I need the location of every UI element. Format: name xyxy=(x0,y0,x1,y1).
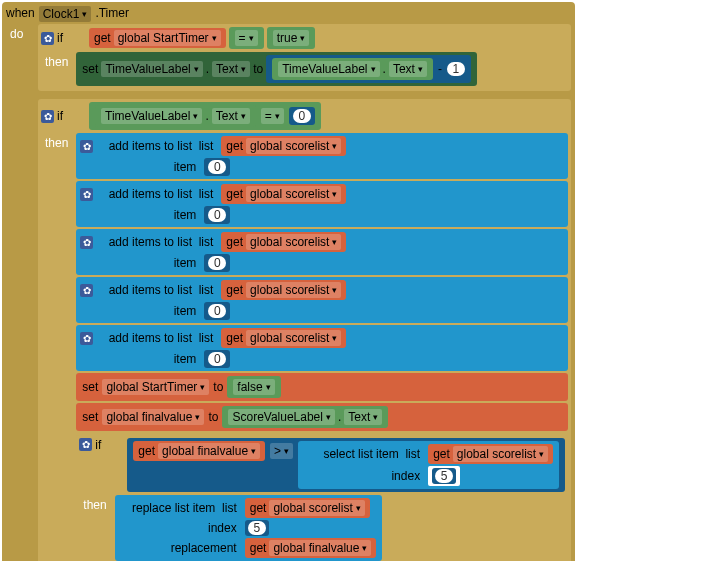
zero-block: 0 xyxy=(289,107,315,125)
additems-label: add items to list xyxy=(109,187,192,201)
comp2-dropdown[interactable]: TimeValueLabel xyxy=(278,61,379,77)
scorevalue-dropdown[interactable]: ScoreValueLabel xyxy=(228,409,335,425)
true-block: true xyxy=(267,27,316,49)
get-label: get xyxy=(226,331,243,345)
then-label: then xyxy=(41,52,72,72)
get-scorelist: getglobal scorelist xyxy=(221,328,346,348)
number-zero[interactable]: 0 xyxy=(208,208,226,222)
list-label: list xyxy=(199,235,214,249)
scorelist-dropdown[interactable]: global scorelist xyxy=(246,282,341,298)
list-label: list xyxy=(199,283,214,297)
set-timevalue-block: set TimeValueLabel . Text to TimeValueLa… xyxy=(76,52,477,86)
number-zero[interactable]: 0 xyxy=(208,304,226,318)
comp-dropdown[interactable]: TimeValueLabel xyxy=(101,61,202,77)
prop-dropdown[interactable]: Text xyxy=(212,108,250,124)
scorelist-dropdown[interactable]: global scorelist xyxy=(246,330,341,346)
if-block-1: ✿ if get global StartTimer = true the xyxy=(38,24,571,91)
additems-label: add items to list xyxy=(109,331,192,345)
scorelist-dropdown[interactable]: global scorelist xyxy=(453,446,548,462)
eq-dropdown[interactable]: = xyxy=(261,108,284,124)
select-label: select list item xyxy=(323,447,398,461)
get-label: get xyxy=(138,444,155,458)
if-label: if xyxy=(57,31,63,45)
false-block: false xyxy=(227,376,280,398)
false-dropdown[interactable]: false xyxy=(233,379,274,395)
event-name-label: .Timer xyxy=(95,6,129,20)
scorelist-dropdown[interactable]: global scorelist xyxy=(246,186,341,202)
get-label: get xyxy=(226,283,243,297)
to-label: to xyxy=(208,410,218,424)
item-label: item xyxy=(80,352,200,366)
scorevalue-prop: ScoreValueLabel . Text xyxy=(222,406,388,428)
gear-icon[interactable]: ✿ xyxy=(80,188,93,201)
gear-icon[interactable]: ✿ xyxy=(80,332,93,345)
number-five[interactable]: 5 xyxy=(248,521,266,535)
number-zero[interactable]: 0 xyxy=(208,256,226,270)
five-block: 5 xyxy=(245,520,269,536)
additems-label: add items to list xyxy=(109,283,192,297)
finalvalue-dropdown[interactable]: global finalvalue xyxy=(102,409,204,425)
get-scorelist: getglobal scorelist xyxy=(221,232,346,252)
set-label: set xyxy=(82,410,98,424)
finalvalue-dropdown[interactable]: global finalvalue xyxy=(269,540,371,556)
zero-block: 0 xyxy=(204,158,230,176)
item-label: item xyxy=(80,160,200,174)
list-label: list xyxy=(222,501,237,515)
scorelist-dropdown[interactable]: global scorelist xyxy=(246,138,341,154)
get-label: get xyxy=(94,31,111,45)
list-label: list xyxy=(199,331,214,345)
op-dropdown[interactable]: = xyxy=(235,30,258,46)
number-zero[interactable]: 0 xyxy=(293,109,311,123)
prop2-dropdown[interactable]: Text xyxy=(389,61,427,77)
additems-label: add items to list xyxy=(109,139,192,153)
gear-icon[interactable]: ✿ xyxy=(80,236,93,249)
additems-label: add items to list xyxy=(109,235,192,249)
if-block-3: ✿ if get global finalvalue > xyxy=(76,435,568,561)
item-label: item xyxy=(80,256,200,270)
minus-block: TimeValueLabel . Text - 1 xyxy=(266,55,471,83)
then-label: then xyxy=(41,133,72,153)
get-scorelist: getglobal scorelist xyxy=(221,280,346,300)
number-zero[interactable]: 0 xyxy=(208,352,226,366)
greater-block: get global finalvalue > select list item… xyxy=(127,438,565,492)
do-label: do xyxy=(6,24,34,44)
if-label: if xyxy=(95,438,101,452)
zero-block: 0 xyxy=(204,206,230,224)
gear-icon[interactable]: ✿ xyxy=(79,438,92,451)
set-label: set xyxy=(82,62,98,76)
number-zero[interactable]: 0 xyxy=(208,160,226,174)
prop-dropdown[interactable]: Text xyxy=(212,61,250,77)
when-label: when xyxy=(6,6,35,20)
if-block-2: ✿ if TimeValueLabel . Text = 0 xyxy=(38,99,571,561)
add-items-block-1: ✿ add items to list list getglobal score… xyxy=(76,133,568,179)
comp-dropdown[interactable]: TimeValueLabel xyxy=(101,108,202,124)
starttimer-dropdown[interactable]: global StartTimer xyxy=(102,379,209,395)
get-scorelist: getglobal scorelist xyxy=(245,498,370,518)
component-dropdown[interactable]: Clock1 xyxy=(39,6,92,22)
number-five[interactable]: 5 xyxy=(435,469,453,483)
get-label: get xyxy=(250,501,267,515)
text-dropdown[interactable]: Text xyxy=(344,409,382,425)
get-scorelist: getglobal scorelist xyxy=(221,184,346,204)
scorelist-dropdown[interactable]: global scorelist xyxy=(246,234,341,250)
gear-icon[interactable]: ✿ xyxy=(41,32,54,45)
zero-block: 0 xyxy=(204,350,230,368)
if-label: if xyxy=(57,109,63,123)
gear-icon[interactable]: ✿ xyxy=(80,284,93,297)
to-label: to xyxy=(213,380,223,394)
get-scorelist: getglobal scorelist xyxy=(221,136,346,156)
get-label: get xyxy=(250,541,267,555)
gt-dropdown[interactable]: > xyxy=(270,443,293,459)
set-finalvalue: set global finalvalue to ScoreValueLabel… xyxy=(76,403,568,431)
eq-test: TimeValueLabel . Text = 0 xyxy=(89,102,321,130)
set-label: set xyxy=(82,380,98,394)
true-dropdown[interactable]: true xyxy=(273,30,310,46)
gear-icon[interactable]: ✿ xyxy=(41,110,54,123)
var-dropdown[interactable]: global StartTimer xyxy=(114,30,221,46)
item-label: item xyxy=(80,208,200,222)
number-one[interactable]: 1 xyxy=(447,62,465,76)
gear-icon[interactable]: ✿ xyxy=(80,140,93,153)
scorelist-dropdown[interactable]: global scorelist xyxy=(269,500,364,516)
replacement-label: replacement xyxy=(121,541,241,555)
finalvalue-dropdown[interactable]: global finalvalue xyxy=(158,443,260,459)
